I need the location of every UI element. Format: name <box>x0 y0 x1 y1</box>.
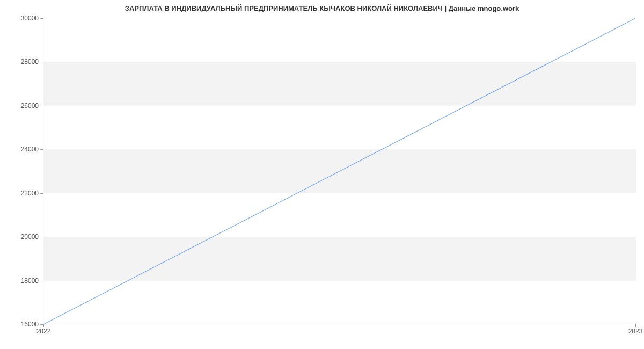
y-tick-label: 24000 <box>6 146 39 153</box>
y-tick-mark <box>40 149 43 150</box>
y-tick-label: 28000 <box>6 58 39 66</box>
y-tick-mark <box>40 237 43 237</box>
chart-container: ЗАРПЛАТА В ИНДИВИДУАЛЬНЫЙ ПРЕДПРИНИМАТЕЛ… <box>0 0 644 349</box>
y-tick-mark <box>40 281 43 281</box>
y-tick-mark <box>40 106 43 106</box>
y-tick-mark <box>40 18 43 19</box>
x-tick-mark <box>43 324 44 327</box>
y-tick-label: 30000 <box>6 14 39 22</box>
y-tick-mark <box>40 324 43 325</box>
series-line <box>43 18 635 324</box>
y-tick-label: 26000 <box>6 102 39 110</box>
x-tick-mark <box>635 324 636 327</box>
y-tick-label: 18000 <box>6 277 39 285</box>
y-tick-mark <box>40 62 43 62</box>
x-tick-label: 2023 <box>628 328 643 335</box>
y-tick-label: 22000 <box>6 190 39 197</box>
x-tick-label: 2022 <box>36 328 51 335</box>
y-tick-mark <box>40 193 43 194</box>
y-tick-label: 20000 <box>6 233 39 241</box>
chart-line-layer <box>43 18 636 324</box>
chart-title: ЗАРПЛАТА В ИНДИВИДУАЛЬНЫЙ ПРЕДПРИНИМАТЕЛ… <box>0 4 644 12</box>
y-tick-label: 16000 <box>6 321 39 328</box>
